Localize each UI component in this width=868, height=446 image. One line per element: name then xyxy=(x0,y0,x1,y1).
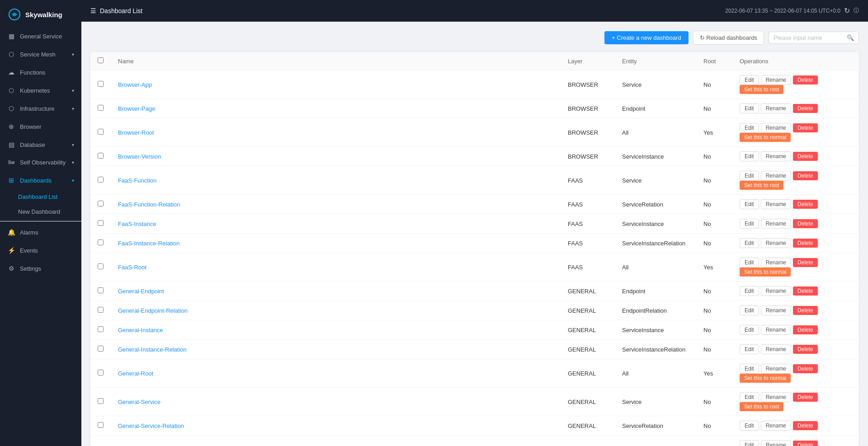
checkbox-2[interactable] xyxy=(98,129,104,135)
edit-button[interactable]: Edit xyxy=(740,364,759,374)
dashboard-name-link[interactable]: General-Endpoint xyxy=(118,288,164,295)
edit-button[interactable]: Edit xyxy=(740,238,759,248)
sidebar-item-general-service[interactable]: ▦ General Service xyxy=(0,27,81,45)
edit-button[interactable]: Edit xyxy=(740,286,759,296)
sidebar-item-infrastructure[interactable]: ⬡ Infrastructure ▾ xyxy=(0,99,81,117)
dashboard-name-link[interactable]: FaaS-Instance xyxy=(118,221,156,227)
sidebar-item-kubernetes[interactable]: ⬡ Kubernetes ▾ xyxy=(0,81,81,99)
delete-button[interactable]: Delete xyxy=(793,258,818,267)
edit-button[interactable]: Edit xyxy=(740,305,759,315)
delete-button[interactable]: Delete xyxy=(793,239,818,248)
dashboard-name-link[interactable]: General-Root xyxy=(118,370,153,377)
select-all-checkbox[interactable] xyxy=(98,57,104,63)
delete-button[interactable]: Delete xyxy=(793,421,818,430)
delete-button[interactable]: Delete xyxy=(793,441,818,446)
dashboard-name-link[interactable]: FaaS-Root xyxy=(118,264,146,271)
delete-button[interactable]: Delete xyxy=(793,104,818,113)
dashboard-name-link[interactable]: Browser-Root xyxy=(118,129,154,136)
info-icon[interactable]: ⓘ xyxy=(854,7,859,14)
sidebar-item-settings[interactable]: ⚙ Settings xyxy=(0,259,81,277)
dashboard-name-link[interactable]: General-Service xyxy=(118,399,160,405)
checkbox-13[interactable] xyxy=(98,370,104,376)
reload-dashboards-button[interactable]: ↻ Reload dashboards xyxy=(693,31,764,45)
checkbox-12[interactable] xyxy=(98,346,104,352)
rename-button[interactable]: Rename xyxy=(761,123,791,133)
edit-button[interactable]: Edit xyxy=(740,392,759,402)
checkbox-11[interactable] xyxy=(98,326,104,332)
edit-button[interactable]: Edit xyxy=(740,171,759,181)
set-normal-button[interactable]: Set this to normal xyxy=(740,268,791,277)
rename-button[interactable]: Rename xyxy=(761,103,791,113)
delete-button[interactable]: Delete xyxy=(793,200,818,209)
delete-button[interactable]: Delete xyxy=(793,75,818,85)
delete-button[interactable]: Delete xyxy=(793,152,818,161)
edit-button[interactable]: Edit xyxy=(740,219,759,229)
delete-button[interactable]: Delete xyxy=(793,171,818,180)
create-dashboard-button[interactable]: + Create a new dashboard xyxy=(604,31,689,44)
delete-button[interactable]: Delete xyxy=(793,364,818,373)
rename-button[interactable]: Rename xyxy=(761,421,791,431)
edit-button[interactable]: Edit xyxy=(740,344,759,354)
search-input[interactable] xyxy=(774,34,844,41)
rename-button[interactable]: Rename xyxy=(761,440,791,446)
rename-button[interactable]: Rename xyxy=(761,199,791,209)
rename-button[interactable]: Rename xyxy=(761,364,791,374)
rename-button[interactable]: Rename xyxy=(761,305,791,315)
checkbox-1[interactable] xyxy=(98,105,104,111)
delete-button[interactable]: Delete xyxy=(793,306,818,315)
rename-button[interactable]: Rename xyxy=(761,75,791,85)
rename-button[interactable]: Rename xyxy=(761,392,791,402)
checkbox-8[interactable] xyxy=(98,263,104,269)
set-normal-button[interactable]: Set this to normal xyxy=(740,374,791,383)
set-root-button[interactable]: Set this to root xyxy=(740,402,783,411)
checkbox-9[interactable] xyxy=(98,287,104,293)
rename-button[interactable]: Rename xyxy=(761,171,791,181)
dashboard-name-link[interactable]: General-Instance xyxy=(118,327,163,333)
sidebar-subitem-dashboard-list[interactable]: Dashboard List xyxy=(0,189,81,204)
rename-button[interactable]: Rename xyxy=(761,219,791,229)
edit-button[interactable]: Edit xyxy=(740,151,759,161)
delete-button[interactable]: Delete xyxy=(793,123,818,132)
dashboard-name-link[interactable]: General-Service-Relation xyxy=(118,423,184,429)
sidebar-item-database[interactable]: ▤ Database ▾ xyxy=(0,136,81,154)
edit-button[interactable]: Edit xyxy=(740,325,759,335)
dashboard-name-link[interactable]: FaaS-Instance-Relation xyxy=(118,240,180,247)
dashboard-name-link[interactable]: Browser-App xyxy=(118,81,152,88)
sidebar-item-alarms[interactable]: 🔔 Alarms xyxy=(0,223,81,241)
set-root-button[interactable]: Set this to root xyxy=(740,85,783,94)
dashboard-name-link[interactable]: FaaS-Function-Relation xyxy=(118,201,180,208)
search-icon[interactable]: 🔍 xyxy=(847,34,854,41)
edit-button[interactable]: Edit xyxy=(740,421,759,431)
sidebar-item-functions[interactable]: ☁ Functions xyxy=(0,63,81,81)
set-root-button[interactable]: Set this to root xyxy=(740,181,783,190)
sidebar-item-self-observability[interactable]: Sw Self Observability ▾ xyxy=(0,154,81,171)
delete-button[interactable]: Delete xyxy=(793,325,818,334)
rename-button[interactable]: Rename xyxy=(761,151,791,161)
checkbox-15[interactable] xyxy=(98,422,104,428)
checkbox-3[interactable] xyxy=(98,153,104,159)
checkbox-6[interactable] xyxy=(98,220,104,226)
rename-button[interactable]: Rename xyxy=(761,286,791,296)
checkbox-4[interactable] xyxy=(98,177,104,183)
set-normal-button[interactable]: Set this to normal xyxy=(740,133,791,142)
sidebar-item-service-mesh[interactable]: ⬡ Service Mesh ▾ xyxy=(0,45,81,63)
edit-button[interactable]: Edit xyxy=(740,199,759,209)
rename-button[interactable]: Rename xyxy=(761,344,791,354)
edit-button[interactable]: Edit xyxy=(740,440,759,446)
dashboard-name-link[interactable]: Browser-Page xyxy=(118,105,155,112)
sidebar-item-events[interactable]: ⚡ Events xyxy=(0,241,81,259)
edit-button[interactable]: Edit xyxy=(740,75,759,85)
edit-button[interactable]: Edit xyxy=(740,123,759,133)
dashboard-name-link[interactable]: FaaS-Function xyxy=(118,177,156,184)
sidebar-item-dashboards[interactable]: ⊞ Dashboards ▾ xyxy=(0,171,81,189)
rename-button[interactable]: Rename xyxy=(761,325,791,335)
rename-button[interactable]: Rename xyxy=(761,258,791,268)
checkbox-7[interactable] xyxy=(98,239,104,245)
edit-button[interactable]: Edit xyxy=(740,103,759,113)
checkbox-10[interactable] xyxy=(98,307,104,313)
delete-button[interactable]: Delete xyxy=(793,345,818,354)
dashboard-name-link[interactable]: Browser-Version xyxy=(118,153,161,160)
checkbox-5[interactable] xyxy=(98,201,104,207)
refresh-icon[interactable]: ↻ xyxy=(844,6,850,15)
delete-button[interactable]: Delete xyxy=(793,219,818,228)
